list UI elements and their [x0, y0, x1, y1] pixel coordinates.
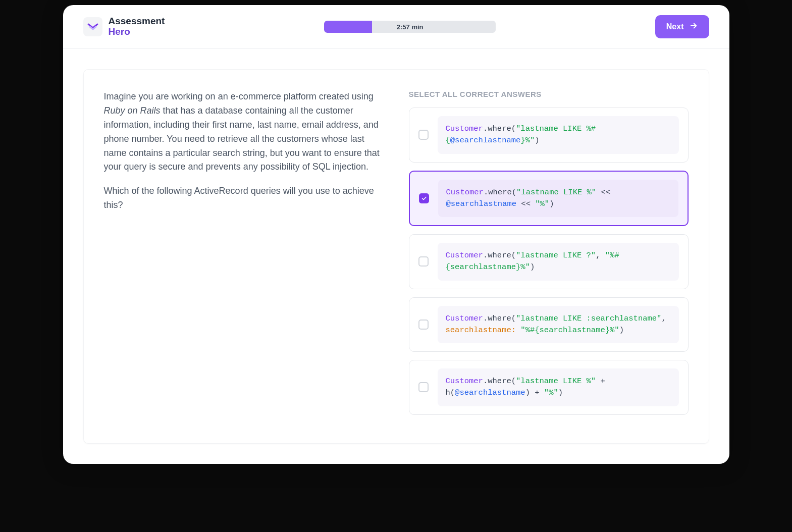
brand-line1: Assessment: [109, 16, 165, 27]
question-p1-em: Ruby on Rails: [104, 105, 161, 116]
answers-heading: SELECT ALL CORRECT ANSWERS: [409, 90, 689, 98]
arrow-right-icon: [689, 21, 698, 32]
brand-text: Assessment Hero: [109, 16, 165, 37]
answer-option-0[interactable]: Customer.where("lastname LIKE %#{@search…: [409, 108, 689, 163]
question-text: Imagine you are working on an e-commerce…: [104, 90, 384, 423]
next-button[interactable]: Next: [655, 15, 709, 38]
brand-line2: Hero: [109, 27, 165, 37]
question-p1-a: Imagine you are working on an e-commerce…: [104, 91, 374, 101]
answers-list: Customer.where("lastname LIKE %#{@search…: [409, 108, 689, 415]
answer-code: Customer.where("lastname LIKE %" << @sea…: [438, 180, 678, 218]
answer-option-4[interactable]: Customer.where("lastname LIKE %" + h(@se…: [409, 360, 689, 415]
answer-code: Customer.where("lastname LIKE ?", "%#{se…: [438, 243, 679, 281]
next-button-label: Next: [666, 22, 684, 31]
question-paragraph-2: Which of the following ActiveRecord quer…: [104, 184, 384, 212]
answer-checkbox[interactable]: [418, 256, 429, 267]
progress-bar: 2:57 min: [324, 21, 496, 33]
answer-code: Customer.where("lastname LIKE %#{@search…: [438, 116, 679, 154]
answer-option-1[interactable]: Customer.where("lastname LIKE %" << @sea…: [409, 171, 689, 227]
progress-label: 2:57 min: [397, 23, 424, 31]
answer-option-3[interactable]: Customer.where("lastname LIKE :searchlas…: [409, 297, 689, 352]
answer-code: Customer.where("lastname LIKE :searchlas…: [438, 306, 679, 344]
answers-column: SELECT ALL CORRECT ANSWERS Customer.wher…: [409, 90, 689, 423]
answer-checkbox[interactable]: [418, 130, 429, 140]
progress-fill: [324, 21, 372, 33]
question-card: Imagine you are working on an e-commerce…: [83, 69, 709, 444]
app-window: Assessment Hero 2:57 min Next Imagine y: [63, 5, 729, 464]
answer-code: Customer.where("lastname LIKE %" + h(@se…: [438, 368, 679, 406]
content-area: Imagine you are working on an e-commerce…: [63, 49, 729, 464]
answer-checkbox[interactable]: [419, 193, 429, 203]
question-paragraph-1: Imagine you are working on an e-commerce…: [104, 90, 384, 174]
brand: Assessment Hero: [83, 16, 165, 37]
header: Assessment Hero 2:57 min Next: [63, 5, 729, 49]
brand-icon: [83, 17, 102, 36]
progress-wrap: 2:57 min: [165, 21, 655, 33]
answer-checkbox[interactable]: [418, 320, 429, 330]
answer-option-2[interactable]: Customer.where("lastname LIKE ?", "%#{se…: [409, 234, 689, 289]
answer-checkbox[interactable]: [418, 382, 429, 392]
